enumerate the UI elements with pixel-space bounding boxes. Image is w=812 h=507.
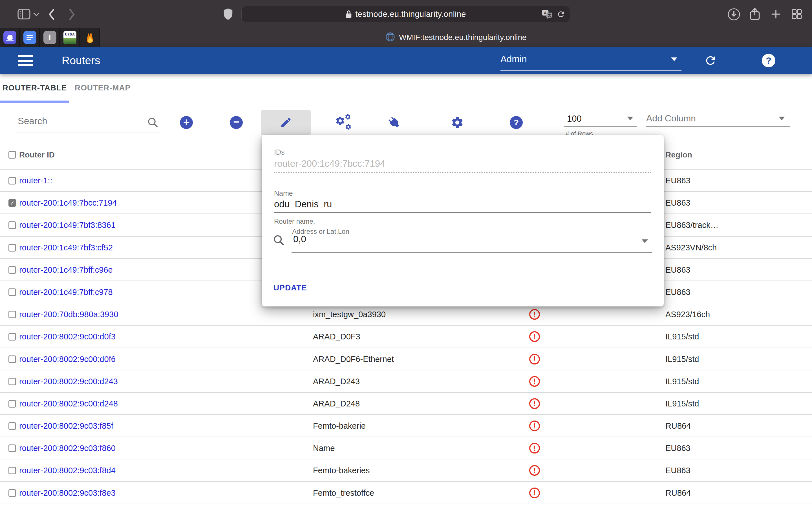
row-checkbox[interactable]	[8, 288, 16, 296]
remove-router-button[interactable]	[223, 110, 249, 135]
pinned-tab-usda[interactable]: USDA	[60, 28, 80, 47]
router-region: EU863	[665, 281, 691, 303]
column-header-region[interactable]: Region	[665, 141, 692, 169]
settings-button[interactable]	[445, 110, 470, 135]
shield-icon[interactable]	[223, 8, 233, 20]
refresh-button[interactable]	[704, 54, 717, 68]
tab-router-map[interactable]: ROUTER-MAP	[69, 74, 136, 103]
router-id-link[interactable]: router-200:70db:980a:3930	[19, 303, 118, 326]
router-region: EU863	[665, 437, 691, 459]
chevron-down-icon[interactable]	[33, 12, 40, 16]
error-status-icon[interactable]	[529, 465, 540, 476]
error-status-icon[interactable]	[529, 331, 540, 342]
select-all-checkbox[interactable]	[8, 151, 16, 159]
table-row: router-200:70db:980a:3930 ixm_testgw_0a3…	[0, 303, 812, 326]
svg-text:A: A	[544, 10, 547, 15]
tab-overview-button[interactable]	[791, 8, 802, 20]
row-checkbox[interactable]	[8, 378, 16, 385]
row-checkbox[interactable]	[8, 467, 16, 474]
router-id-link[interactable]: router-200:8002:9c03:f85f	[19, 415, 113, 437]
row-checkbox[interactable]	[8, 266, 16, 274]
services-button[interactable]	[331, 110, 357, 135]
update-button[interactable]: UPDATE	[273, 283, 307, 292]
sidebar-icon[interactable]	[17, 9, 31, 19]
edit-router-button[interactable]	[261, 110, 311, 135]
error-status-icon[interactable]	[529, 420, 540, 431]
pinned-tab-docs[interactable]	[20, 28, 40, 47]
address-input[interactable]: 0,0	[293, 234, 306, 244]
pinned-tab-info[interactable]: I	[40, 28, 60, 47]
router-id-link[interactable]: router-200:8002:9c00:d0f3	[19, 326, 116, 348]
row-checkbox[interactable]	[8, 422, 16, 430]
downloads-button[interactable]	[727, 8, 741, 21]
role-select[interactable]: Admin	[500, 51, 681, 70]
ids-value: router-200:1c49:7bcc:7194	[274, 158, 385, 169]
forward-button[interactable]	[68, 8, 76, 21]
app-header: Routers Admin	[0, 47, 812, 74]
row-checkbox[interactable]	[8, 221, 16, 229]
router-id-link[interactable]: router-200:8002:9c03:f8d4	[19, 459, 116, 482]
search-input[interactable]	[15, 112, 160, 132]
row-checkbox[interactable]	[8, 333, 16, 341]
router-region: IL915/std	[665, 371, 699, 393]
router-region: EU863	[665, 170, 691, 192]
router-id-link[interactable]: router-200:8002:9c03:f860	[19, 437, 116, 459]
gear-icon	[451, 116, 464, 129]
row-checkbox[interactable]	[8, 311, 16, 318]
router-id-link[interactable]: router-200:1c49:7bf3:8361	[19, 214, 116, 236]
menu-button[interactable]	[18, 54, 33, 67]
router-region: EU863	[665, 259, 691, 281]
tab-router-table[interactable]: ROUTER-TABLE	[0, 74, 69, 103]
row-checkbox[interactable]	[8, 177, 16, 184]
router-id-link[interactable]: router-200:8002:9c00:d243	[19, 371, 118, 393]
row-checkbox[interactable]	[8, 244, 16, 251]
router-id-link[interactable]: router-200:8002:9c00:d248	[19, 393, 118, 415]
router-id-link[interactable]: router-200:1c49:7bcc:7194	[19, 192, 117, 214]
row-checkbox[interactable]	[8, 355, 16, 363]
active-tab[interactable]: WMIF:testnode.eu.thingularity.online	[100, 28, 812, 47]
error-status-icon[interactable]	[529, 443, 540, 453]
connect-button[interactable]	[382, 110, 407, 135]
cloud-icon	[3, 31, 16, 44]
translate-icon[interactable]: A文	[542, 10, 552, 18]
tab-strip: I USDA WMIF:testnode.eu.thingularity.onl…	[0, 28, 812, 47]
dropdown-arrow-icon[interactable]	[642, 239, 648, 243]
error-status-icon[interactable]	[529, 309, 540, 320]
router-id-link[interactable]: router-200:1c49:7bff:c978	[19, 281, 113, 303]
url-bar[interactable]: testnode.eu.thingularity.online A文	[241, 6, 570, 22]
error-status-icon[interactable]	[529, 488, 540, 498]
row-checkbox[interactable]	[8, 445, 16, 452]
toolbar-help-button[interactable]	[504, 110, 529, 135]
router-id-link[interactable]: router-1::	[19, 170, 52, 192]
active-tab-underline	[0, 101, 69, 103]
router-id-link[interactable]: router-200:8002:9c03:f8e3	[19, 482, 116, 504]
share-button[interactable]	[749, 7, 761, 21]
router-id-link[interactable]: router-200:1c49:7bff:c96e	[19, 259, 113, 281]
router-name: ARAD_D0F6-Ethernet	[313, 348, 394, 371]
error-status-icon[interactable]	[529, 376, 540, 387]
router-name: Femto-bakeries	[313, 459, 370, 482]
ids-label: IDs	[274, 148, 285, 156]
help-button[interactable]	[762, 54, 775, 67]
router-id-link[interactable]: router-200:1c49:7bf3:cf52	[19, 237, 113, 259]
table-row: router-200:8002:9c00:d0f6 ARAD_D0F6-Ethe…	[0, 348, 812, 371]
router-region: EU863/track…	[665, 214, 719, 236]
page-title: Routers	[62, 47, 100, 74]
pinned-tab-cloud[interactable]	[0, 28, 20, 47]
name-input[interactable]: odu_Denis_ru	[274, 199, 332, 210]
new-tab-button[interactable]	[770, 8, 781, 20]
row-checkbox[interactable]	[8, 400, 16, 407]
router-region: IL915/std	[665, 348, 699, 371]
back-button[interactable]	[47, 8, 55, 21]
row-checkbox[interactable]	[8, 199, 16, 207]
row-checkbox[interactable]	[8, 489, 16, 497]
error-status-icon[interactable]	[529, 354, 540, 364]
add-router-button[interactable]	[174, 110, 199, 135]
column-header-router-id[interactable]: Router ID	[19, 141, 55, 169]
reload-icon[interactable]	[557, 10, 565, 18]
dropdown-arrow-icon	[627, 117, 633, 120]
pinned-tab-firebase[interactable]	[80, 28, 100, 47]
plug-icon	[387, 115, 402, 130]
router-id-link[interactable]: router-200:8002:9c00:d0f6	[19, 348, 116, 371]
error-status-icon[interactable]	[529, 398, 540, 409]
